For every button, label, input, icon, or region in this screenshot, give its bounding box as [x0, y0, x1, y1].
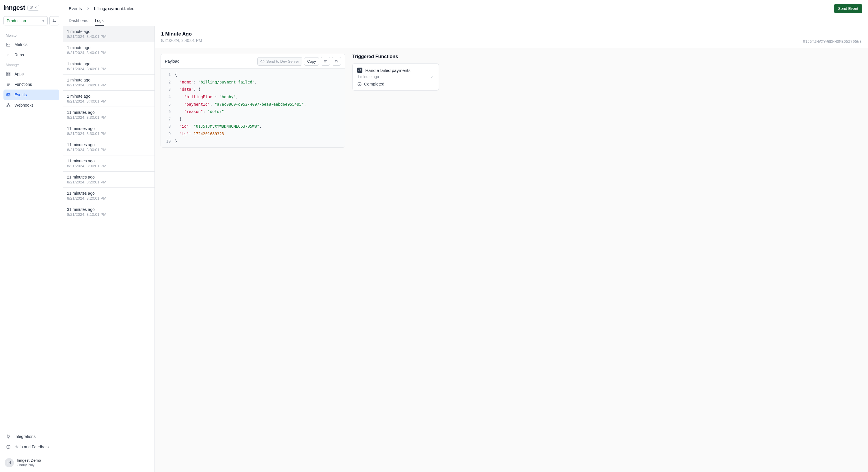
tab-logs[interactable]: Logs	[95, 16, 104, 26]
nav-runs[interactable]: Runs	[3, 50, 59, 60]
plug-icon	[6, 434, 11, 439]
nav-functions-label: Functions	[14, 82, 32, 87]
log-item[interactable]: 11 minutes ago8/21/2024, 3:30:01 PM	[63, 123, 154, 139]
send-event-button[interactable]: Send Event	[834, 4, 862, 13]
settings-toggle-button[interactable]	[50, 16, 59, 25]
log-relative-time: 1 minute ago	[67, 29, 150, 34]
nav-events[interactable]: Events	[3, 90, 59, 100]
runs-icon	[6, 52, 11, 58]
log-absolute-time: 8/21/2024, 3:30:01 PM	[67, 164, 150, 168]
log-item[interactable]: 1 minute ago8/21/2024, 3:40:01 PM	[63, 26, 154, 42]
environment-select[interactable]: Production ▲▼	[3, 16, 48, 25]
nav-apps-label: Apps	[14, 71, 24, 76]
nav-help-label: Help and Feedback	[14, 445, 50, 449]
webhooks-icon	[6, 102, 11, 108]
nav-events-label: Events	[14, 92, 27, 97]
svg-rect-7	[7, 72, 8, 73]
log-detail: 1 Minute Ago 8/21/2024, 3:40:01 PM 01J5T…	[155, 26, 868, 472]
main: Events billing/payment.failed Send Event…	[63, 0, 868, 472]
user-menu[interactable]: IN Inngest Demo Charly Poly	[3, 455, 59, 469]
log-absolute-time: 8/21/2024, 3:30:01 PM	[67, 148, 150, 152]
apps-icon	[6, 71, 11, 77]
detail-header: 1 Minute Ago 8/21/2024, 3:40:01 PM 01J5T…	[155, 26, 868, 48]
log-item[interactable]: 21 minutes ago8/21/2024, 3:20:01 PM	[63, 188, 154, 204]
logs-list[interactable]: 1 minute ago8/21/2024, 3:40:01 PM1 minut…	[63, 26, 155, 472]
nav-functions[interactable]: Functions	[3, 79, 59, 90]
chevron-right-icon	[430, 75, 434, 79]
log-relative-time: 1 minute ago	[67, 78, 150, 82]
command-shortcut[interactable]: ⌘ K	[27, 5, 39, 11]
environment-label: Production	[7, 19, 26, 23]
payload-card: Payload Send to Dev Server Copy	[160, 54, 345, 148]
breadcrumb: Events billing/payment.failed	[69, 6, 134, 11]
nav-integrations-label: Integrations	[14, 434, 35, 439]
align-left-icon	[323, 59, 328, 63]
cloud-icon	[260, 59, 265, 63]
detail-title: 1 Minute Ago	[161, 31, 202, 37]
svg-rect-14	[7, 93, 10, 96]
log-absolute-time: 8/21/2024, 3:40:01 PM	[67, 34, 150, 39]
user-org: Inngest Demo	[17, 458, 41, 463]
nav-metrics-label: Metrics	[14, 42, 27, 47]
log-relative-time: 1 minute ago	[67, 94, 150, 98]
svg-rect-15	[7, 94, 9, 95]
log-absolute-time: 8/21/2024, 3:10:01 PM	[67, 212, 150, 217]
svg-point-2	[54, 20, 54, 21]
svg-rect-9	[7, 74, 8, 76]
log-item[interactable]: 31 minutes ago8/21/2024, 3:10:01 PM	[63, 204, 154, 220]
svg-point-20	[8, 448, 9, 448]
log-relative-time: 1 minute ago	[67, 46, 150, 50]
log-item[interactable]: 1 minute ago8/21/2024, 3:40:01 PM	[63, 42, 154, 58]
nav-webhooks-label: Webhooks	[14, 103, 33, 108]
nav-help[interactable]: Help and Feedback	[3, 442, 59, 452]
log-relative-time: 1 minute ago	[67, 61, 150, 66]
svg-point-27	[358, 82, 361, 86]
nav-integrations[interactable]: Integrations	[3, 431, 59, 442]
payload-code[interactable]: 12345678910 { "name": "billing/payment.f…	[161, 69, 345, 147]
send-dev-server-button[interactable]: Send to Dev Server	[257, 57, 302, 65]
log-relative-time: 11 minutes ago	[67, 142, 150, 147]
help-icon	[6, 444, 11, 449]
chevron-updown-icon: ▲▼	[42, 19, 44, 22]
log-item[interactable]: 1 minute ago8/21/2024, 3:40:01 PM	[63, 58, 154, 75]
log-relative-time: 21 minutes ago	[67, 191, 150, 196]
chevron-right-icon	[86, 7, 90, 11]
sort-icon	[334, 59, 338, 63]
payload-title: Payload	[165, 59, 180, 63]
function-name: Handle failed payments	[365, 68, 434, 73]
tabs: Dashboard Logs	[63, 13, 868, 26]
log-item[interactable]: 11 minutes ago8/21/2024, 3:30:01 PM	[63, 139, 154, 155]
triggered-title: Triggered Functions	[352, 54, 439, 59]
nav-webhooks[interactable]: Webhooks	[3, 100, 59, 110]
breadcrumb-root[interactable]: Events	[69, 6, 82, 11]
sidebar-header: inngest ⌘ K	[3, 3, 59, 12]
log-relative-time: 11 minutes ago	[67, 110, 150, 115]
log-relative-time: 31 minutes ago	[67, 207, 150, 212]
log-item[interactable]: 11 minutes ago8/21/2024, 3:30:01 PM	[63, 155, 154, 172]
copy-button[interactable]: Copy	[304, 57, 319, 65]
svg-rect-8	[9, 72, 10, 73]
nav-apps[interactable]: Apps	[3, 69, 59, 79]
svg-point-3	[55, 21, 56, 22]
log-item[interactable]: 11 minutes ago8/21/2024, 3:30:01 PM	[63, 107, 154, 123]
wrap-button[interactable]	[321, 57, 330, 65]
svg-point-18	[8, 104, 9, 105]
chart-icon	[6, 42, 11, 47]
triggered-function-card[interactable]: Handle failed payments 1 minute ago	[352, 63, 439, 91]
logo: inngest	[3, 4, 25, 11]
log-item[interactable]: 21 minutes ago8/21/2024, 3:20:01 PM	[63, 172, 154, 188]
log-item[interactable]: 1 minute ago8/21/2024, 3:40:01 PM	[63, 91, 154, 107]
nav-metrics[interactable]: Metrics	[3, 39, 59, 50]
topbar: Events billing/payment.failed Send Event	[63, 0, 868, 13]
log-relative-time: 21 minutes ago	[67, 175, 150, 179]
tab-dashboard[interactable]: Dashboard	[69, 16, 89, 26]
log-item[interactable]: 1 minute ago8/21/2024, 3:40:01 PM	[63, 75, 154, 91]
svg-rect-10	[9, 74, 10, 76]
detail-subtitle: 8/21/2024, 3:40:01 PM	[161, 38, 202, 43]
log-absolute-time: 8/21/2024, 3:30:01 PM	[67, 131, 150, 136]
sort-button[interactable]	[332, 57, 341, 65]
check-circle-icon	[357, 82, 362, 86]
section-monitor-label: Monitor	[3, 32, 59, 39]
function-time: 1 minute ago	[357, 75, 379, 79]
detail-id: 01J5TJMVXYWBDNHQMEQ53705W8	[803, 39, 862, 43]
